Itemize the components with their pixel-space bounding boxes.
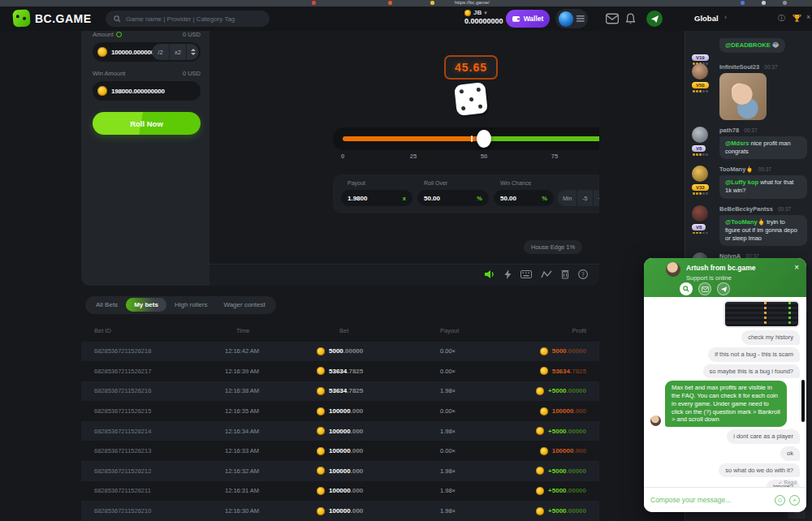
support-message-list[interactable]: check my history if this not a bug - thi… bbox=[644, 297, 806, 487]
bcgame-logo[interactable]: BC.GAME bbox=[13, 10, 92, 27]
support-close-icon[interactable]: × bbox=[794, 263, 799, 272]
profile-menu[interactable] bbox=[555, 9, 588, 28]
browser-ext-icon[interactable] bbox=[388, 1, 392, 5]
time-cell: 12:16:42 AM bbox=[225, 347, 317, 355]
table-row[interactable]: 68285367211526214 12:16:34 AM 100000.000… bbox=[81, 421, 599, 441]
avatar[interactable] bbox=[692, 166, 708, 182]
table-row[interactable]: 68285367211526210 12:16:30 AM 100000.000… bbox=[81, 501, 599, 521]
win-chance-step-button[interactable]: +5 bbox=[593, 190, 599, 206]
browser-ext-icon[interactable] bbox=[312, 1, 316, 5]
browser-url[interactable]: https://bc.game/ bbox=[455, 0, 490, 5]
win-chance-step-button[interactable]: Min bbox=[557, 190, 577, 206]
roll-now-button[interactable]: Roll Now bbox=[93, 112, 201, 135]
support-message: ok bbox=[650, 446, 800, 461]
compose-input[interactable]: Compose your message... bbox=[650, 496, 771, 504]
chat-mention[interactable]: @Luffy kop bbox=[725, 179, 758, 186]
slider-track[interactable] bbox=[343, 136, 599, 141]
time-cell: 12:16:34 AM bbox=[225, 428, 317, 435]
chat-username[interactable]: TooMany🖕 bbox=[719, 166, 754, 173]
trophy-icon[interactable] bbox=[793, 14, 801, 23]
chat-channel-chevron-icon[interactable]: › bbox=[724, 13, 727, 21]
amount-stepper[interactable] bbox=[186, 44, 199, 60]
bets-tab[interactable]: Wager contest bbox=[215, 298, 273, 312]
bets-tab[interactable]: All Bets bbox=[88, 298, 126, 312]
payout-input[interactable]: 1.9800 x bbox=[341, 190, 412, 206]
table-row[interactable]: 68285367211526213 12:16:33 AM 100000.000… bbox=[81, 441, 599, 461]
win-chance-step-button[interactable]: -5 bbox=[577, 190, 592, 206]
step-down-icon[interactable] bbox=[191, 53, 196, 55]
browser-ext-icon[interactable] bbox=[783, 1, 787, 5]
chat-message: V50 InfiniteSoul23 00:37 bbox=[692, 63, 808, 120]
chat-channel-title[interactable]: Global bbox=[694, 14, 719, 23]
win-chance-input[interactable]: 50.00 % bbox=[494, 190, 554, 206]
chat-username[interactable]: path78 bbox=[719, 127, 739, 134]
win-amount-usd: 0 USD bbox=[183, 70, 201, 77]
roll-over-label: Roll Over bbox=[424, 180, 447, 186]
quick-chat-icon[interactable] bbox=[646, 11, 663, 27]
roll-slider[interactable] bbox=[333, 127, 599, 150]
step-up-icon[interactable] bbox=[191, 49, 196, 51]
payout-cell: 1.98× bbox=[433, 428, 532, 435]
hotkeys-keyboard-icon[interactable] bbox=[520, 270, 532, 278]
help-icon[interactable]: ? bbox=[578, 269, 588, 279]
chat-username[interactable]: BeBeBeckyPantss bbox=[719, 205, 773, 213]
table-row[interactable]: 68285367211526217 12:16:39 AM 53634.7825… bbox=[81, 361, 599, 381]
chat-mention[interactable]: @TooMany🖕 bbox=[725, 218, 765, 226]
turbo-bolt-icon[interactable] bbox=[504, 269, 512, 279]
bet-amount-input[interactable]: 100000.00000000 /2 x2 bbox=[93, 42, 201, 62]
double-bet-button[interactable]: x2 bbox=[169, 44, 186, 60]
attach-plus-icon[interactable]: + bbox=[789, 495, 800, 506]
support-compose-bar[interactable]: Compose your message... ☺ + bbox=[644, 487, 806, 512]
bets-tab[interactable]: My bets bbox=[126, 298, 166, 312]
time-cell: 12:16:30 AM bbox=[225, 507, 317, 515]
coin-icon bbox=[540, 447, 548, 455]
sound-icon[interactable] bbox=[485, 269, 495, 279]
verify-seed-icon[interactable] bbox=[561, 269, 569, 279]
paper-plane-icon bbox=[650, 15, 659, 24]
notifications-bell-icon[interactable] bbox=[625, 13, 636, 24]
coin-icon bbox=[540, 407, 548, 416]
support-telegram-icon[interactable] bbox=[717, 282, 730, 295]
time-cell: 12:16:35 AM bbox=[225, 407, 317, 415]
chat-bubble: @Luffy kop what for that 1k win? bbox=[719, 175, 807, 198]
chat-mention[interactable]: @Mdsrs bbox=[725, 140, 749, 147]
chat-mention[interactable]: @DEADBROKE bbox=[725, 41, 771, 49]
chat-close-icon[interactable]: × bbox=[806, 13, 810, 21]
half-bet-button[interactable]: /2 bbox=[152, 44, 169, 60]
col-bet: Bet bbox=[317, 327, 433, 334]
support-scrollbar[interactable] bbox=[801, 380, 805, 422]
browser-ext-icon[interactable] bbox=[741, 1, 745, 5]
slider-handle[interactable] bbox=[477, 130, 491, 148]
coin-icon bbox=[317, 467, 325, 475]
browser-ext-icon[interactable] bbox=[430, 1, 434, 5]
bcgame-logo-icon bbox=[12, 9, 30, 27]
chat-info-icon[interactable]: ⓘ bbox=[778, 13, 785, 24]
avatar[interactable] bbox=[692, 205, 708, 222]
wallet-button[interactable]: Wallet bbox=[506, 10, 550, 28]
messages-icon[interactable] bbox=[606, 13, 619, 24]
table-row[interactable]: 68285367211526211 12:16:31 AM 100000.000… bbox=[81, 481, 599, 502]
chat-image-attachment[interactable] bbox=[719, 73, 767, 120]
support-email-icon[interactable] bbox=[698, 282, 711, 295]
table-row[interactable]: 68285367211526216 12:16:38 AM 53634.7825… bbox=[81, 381, 599, 402]
avatar[interactable] bbox=[692, 63, 708, 80]
avatar[interactable] bbox=[559, 11, 573, 27]
chat-username[interactable]: InfiniteSoul23 bbox=[719, 63, 759, 71]
support-search-icon[interactable] bbox=[680, 282, 693, 295]
support-image-attachment[interactable] bbox=[723, 300, 800, 328]
table-row[interactable]: 68285367211526212 12:16:32 AM 100000.000… bbox=[81, 461, 599, 481]
search-input[interactable]: Game name | Provider | Category Tag bbox=[106, 11, 270, 27]
slider-tick-label: 75 bbox=[551, 153, 558, 160]
live-stats-icon[interactable] bbox=[541, 270, 552, 278]
time-cell: 12:16:33 AM bbox=[225, 447, 317, 454]
win-amount-input[interactable]: 198000.000000000 bbox=[93, 81, 201, 101]
roll-over-input[interactable]: 50.00 % bbox=[417, 190, 489, 206]
bets-tab[interactable]: High rollers bbox=[166, 298, 215, 312]
balance-selector[interactable]: JB ▾ 0.00000000 bbox=[464, 9, 503, 25]
table-row[interactable]: 68285367211526215 12:16:35 AM 100000.000… bbox=[81, 401, 599, 421]
table-row[interactable]: 68285367211526218 12:16:42 AM 5000.00000… bbox=[81, 342, 599, 362]
currency-toggle-icon[interactable] bbox=[116, 32, 122, 37]
avatar[interactable] bbox=[692, 127, 708, 143]
browser-ext-icon[interactable] bbox=[762, 1, 766, 5]
emoji-icon[interactable]: ☺ bbox=[775, 495, 785, 506]
